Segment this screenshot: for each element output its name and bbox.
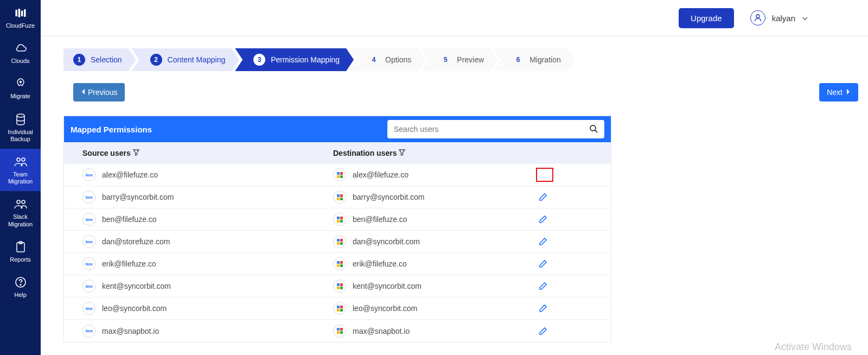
destination-email: leo@syncorbit.com xyxy=(353,304,417,313)
col-source[interactable]: Source users xyxy=(64,149,324,157)
sidebar: CloudFuze Clouds Migrate Individual Back… xyxy=(0,0,41,355)
box-icon: box xyxy=(82,235,95,248)
step-num: 2 xyxy=(150,54,162,66)
filter-icon[interactable] xyxy=(133,149,139,157)
table-row: box dan@storefuze.com dan@syncorbit.com xyxy=(64,231,611,253)
google-drive-icon xyxy=(333,325,346,338)
upgrade-button[interactable]: Upgrade xyxy=(679,8,734,28)
step-preview[interactable]: 5 Preview xyxy=(421,48,498,71)
step-label: Permission Mapping xyxy=(271,55,340,64)
cloud-icon xyxy=(14,41,28,55)
cell-source: box alex@filefuze.co xyxy=(64,168,324,181)
table-row: box ben@filefuze.co ben@filefuze.co xyxy=(64,208,611,231)
sidebar-item-reports[interactable]: Reports xyxy=(0,234,41,269)
svg-rect-2 xyxy=(21,11,22,16)
box-icon: box xyxy=(82,168,95,181)
sidebar-item-migrate[interactable]: Migrate xyxy=(0,71,41,106)
team-icon xyxy=(14,197,28,211)
source-email: ben@filefuze.co xyxy=(102,215,157,224)
rows: box alex@filefuze.co alex@filefuze.co bo… xyxy=(64,164,611,342)
cell-source: box erik@filefuze.co xyxy=(64,257,324,270)
main: Upgrade kalyan 1 Selection 2 xyxy=(41,0,868,355)
stepper: 1 Selection 2 Content Mapping 3 Permissi… xyxy=(63,48,852,71)
user-menu[interactable]: kalyan xyxy=(750,10,808,26)
source-email: max@snapbot.io xyxy=(102,327,159,335)
cell-destination: ben@filefuze.co xyxy=(324,213,531,226)
clipboard-icon xyxy=(14,240,28,254)
next-button[interactable]: Next xyxy=(819,83,858,102)
edit-button[interactable] xyxy=(536,279,550,293)
step-migration[interactable]: 6 Migration xyxy=(494,48,575,71)
source-email: alex@filefuze.co xyxy=(102,170,158,179)
sidebar-item-cloudfuze[interactable]: CloudFuze xyxy=(0,0,41,35)
step-num: 5 xyxy=(439,54,451,66)
watermark: Activate Windows xyxy=(775,341,852,353)
mapped-permissions-panel: Mapped Permissions Source users xyxy=(63,116,611,343)
sidebar-label: Team Migration xyxy=(2,171,39,185)
step-num: 1 xyxy=(73,54,85,66)
edit-button[interactable] xyxy=(536,190,550,204)
sidebar-item-team-migration[interactable]: Team Migration xyxy=(0,149,41,191)
col-destination[interactable]: Destination users xyxy=(324,149,611,157)
database-icon xyxy=(14,112,28,126)
edit-button[interactable] xyxy=(536,301,550,315)
box-icon: box xyxy=(82,302,95,315)
rocket-icon xyxy=(14,77,28,91)
source-email: erik@filefuze.co xyxy=(102,259,156,268)
step-selection[interactable]: 1 Selection xyxy=(63,48,136,71)
edit-button[interactable] xyxy=(536,234,550,249)
sidebar-item-individual-backup[interactable]: Individual Backup xyxy=(0,106,41,149)
header: Upgrade kalyan xyxy=(41,0,868,36)
edit-button[interactable] xyxy=(536,257,550,271)
cell-source: box kent@syncorbit.com xyxy=(64,280,324,293)
svg-rect-0 xyxy=(15,10,17,16)
destination-email: max@snapbot.io xyxy=(353,327,410,335)
sidebar-label: Slack Migration xyxy=(2,213,39,227)
sidebar-item-slack-migration[interactable]: Slack Migration xyxy=(0,191,41,233)
edit-button[interactable] xyxy=(536,212,550,226)
search-icon[interactable] xyxy=(589,124,598,135)
cell-edit xyxy=(531,279,611,293)
source-email: barry@syncorbit.com xyxy=(102,193,174,201)
step-permission-mapping[interactable]: 3 Permission Mapping xyxy=(235,48,354,71)
step-options[interactable]: 4 Options xyxy=(349,48,425,71)
sidebar-label: Migrate xyxy=(10,93,30,100)
destination-email: kent@syncorbit.com xyxy=(353,282,422,290)
google-drive-icon xyxy=(333,257,346,270)
cell-source: box dan@storefuze.com xyxy=(64,235,324,248)
box-icon: box xyxy=(82,213,95,226)
svg-point-13 xyxy=(20,284,21,286)
chevron-left-icon xyxy=(81,88,86,97)
panel-title: Mapped Permissions xyxy=(71,125,152,134)
team-icon xyxy=(14,155,28,169)
previous-label: Previous xyxy=(88,88,117,97)
sidebar-item-help[interactable]: Help xyxy=(0,269,41,305)
content: 1 Selection 2 Content Mapping 3 Permissi… xyxy=(41,36,868,355)
edit-button[interactable] xyxy=(536,168,553,182)
cell-source: box max@snapbot.io xyxy=(64,325,324,338)
step-label: Content Mapping xyxy=(168,55,226,64)
sidebar-item-clouds[interactable]: Clouds xyxy=(0,35,41,71)
cell-destination: alex@filefuze.co xyxy=(324,168,531,181)
logo-icon xyxy=(14,6,28,20)
step-label: Migration xyxy=(529,55,561,64)
table-row: box leo@syncorbit.com leo@syncorbit.com xyxy=(64,297,611,320)
cell-destination: leo@syncorbit.com xyxy=(324,302,531,315)
step-num: 4 xyxy=(368,54,380,66)
cell-destination: max@snapbot.io xyxy=(324,325,531,338)
previous-button[interactable]: Previous xyxy=(73,83,125,102)
table-row: box kent@syncorbit.com kent@syncorbit.co… xyxy=(64,275,611,297)
sidebar-label: Help xyxy=(14,291,27,299)
step-content-mapping[interactable]: 2 Content Mapping xyxy=(132,48,240,71)
search-input[interactable] xyxy=(394,125,589,134)
search-wrap xyxy=(387,120,604,138)
step-num: 3 xyxy=(253,54,265,66)
table-row: box alex@filefuze.co alex@filefuze.co xyxy=(64,164,611,186)
help-icon xyxy=(14,275,28,289)
filter-icon[interactable] xyxy=(399,149,405,157)
col-destination-label: Destination users xyxy=(333,149,397,157)
svg-rect-3 xyxy=(24,9,25,17)
destination-email: barry@syncorbit.com xyxy=(353,193,424,201)
table-row: box barry@syncorbit.com barry@syncorbit.… xyxy=(64,186,611,208)
edit-button[interactable] xyxy=(536,324,550,338)
